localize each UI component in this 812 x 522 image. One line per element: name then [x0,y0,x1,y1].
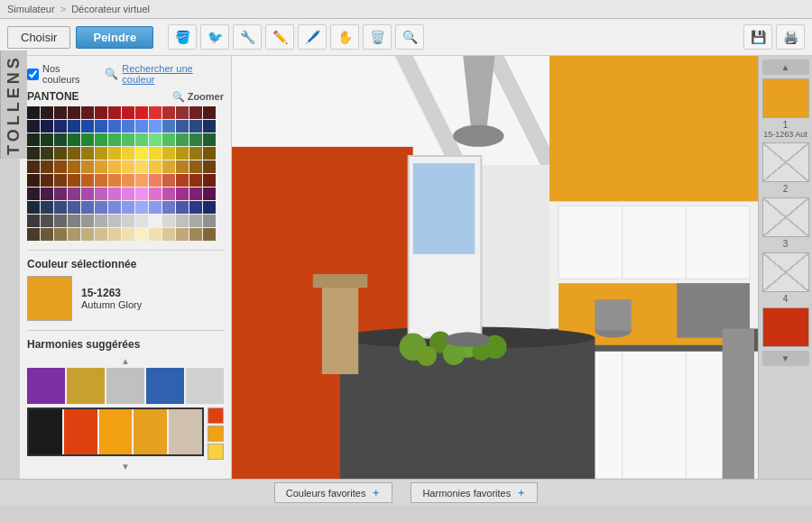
print-icon[interactable]: 🖨️ [776,24,805,50]
right-slot-2[interactable]: 2 [762,142,809,194]
color-cell[interactable] [135,106,148,119]
color-cell[interactable] [203,160,216,173]
color-cell[interactable] [95,120,107,133]
color-cell[interactable] [95,188,107,200]
color-cell[interactable] [176,228,189,241]
knife-icon[interactable]: 🔧 [233,24,262,50]
color-cell[interactable] [149,147,161,160]
color-cell[interactable] [176,120,189,133]
harmony-swatch-2-4[interactable] [134,409,167,454]
right-slot-4[interactable]: 4 [762,252,809,304]
color-cell[interactable] [41,201,53,214]
color-cell[interactable] [162,201,175,214]
color-cell[interactable] [68,188,80,200]
color-cell[interactable] [81,133,94,146]
color-cell[interactable] [203,228,216,241]
right-down-arrow[interactable]: ▼ [762,351,809,366]
color-cell[interactable] [203,147,216,160]
color-cell[interactable] [122,160,134,173]
color-cell[interactable] [135,160,148,173]
color-cell[interactable] [68,106,80,119]
color-cell[interactable] [189,120,202,133]
kitchen-image-area[interactable] [232,56,758,479]
color-cell[interactable] [189,174,202,187]
nos-couleurs-checkbox[interactable] [27,69,39,80]
color-cell[interactable] [68,215,80,227]
right-swatch-3[interactable] [762,197,809,237]
color-cell[interactable] [135,188,148,200]
harmonies-up-arrow[interactable]: ▲ [27,356,224,366]
color-cell[interactable] [41,133,53,146]
color-cell[interactable] [68,133,80,146]
color-cell[interactable] [203,188,216,200]
harmony-swatch-2-2[interactable] [64,409,97,454]
color-cell[interactable] [81,160,94,173]
color-cell[interactable] [135,133,148,146]
harmony-swatch-2-5[interactable] [169,409,202,454]
color-cell[interactable] [108,228,121,241]
color-cell[interactable] [149,174,161,187]
color-cell[interactable] [122,133,134,146]
color-cell[interactable] [41,188,53,200]
color-cell[interactable] [95,160,107,173]
hand-icon[interactable]: ✋ [330,24,359,50]
color-cell[interactable] [108,160,121,173]
color-cell[interactable] [162,133,175,146]
dropper-icon[interactable]: 🐦 [200,24,229,50]
color-cell[interactable] [189,215,202,227]
color-cell[interactable] [162,215,175,227]
harmonies-favorites-button[interactable]: Harmonies favorites ＋ [411,482,538,503]
color-cell[interactable] [95,215,107,227]
color-cell[interactable] [122,147,134,160]
color-cell[interactable] [27,201,40,214]
color-cell[interactable] [189,228,202,241]
right-up-arrow[interactable]: ▲ [762,60,809,75]
color-cell[interactable] [176,147,189,160]
color-cell[interactable] [203,174,216,187]
save-icon[interactable]: 💾 [743,24,772,50]
color-cell[interactable] [108,133,121,146]
color-cell[interactable] [68,120,80,133]
harmony-small-3[interactable] [208,444,224,460]
nos-couleurs-checkbox-label[interactable]: Nos couleurs [27,63,97,85]
right-swatch-2[interactable] [762,142,809,182]
color-cell[interactable] [149,120,161,133]
color-cell[interactable] [95,174,107,187]
color-cell[interactable] [108,147,121,160]
right-slot-3[interactable]: 3 [762,197,809,249]
harmony-swatch-1-5[interactable] [186,368,224,404]
harmony-small-1[interactable] [208,408,224,424]
color-cell[interactable] [81,215,94,227]
color-cell[interactable] [149,228,161,241]
color-cell[interactable] [54,120,67,133]
selected-color-swatch[interactable] [27,276,72,321]
color-cell[interactable] [189,188,202,200]
color-cell[interactable] [68,201,80,214]
color-cell[interactable] [81,120,94,133]
color-cell[interactable] [81,106,94,119]
color-cell[interactable] [27,147,40,160]
color-cell[interactable] [122,201,134,214]
color-cell[interactable] [135,215,148,227]
harmony-swatch-2-3[interactable] [99,409,133,454]
color-cell[interactable] [95,201,107,214]
color-cell[interactable] [189,160,202,173]
color-cell[interactable] [95,106,107,119]
trash-icon[interactable]: 🗑️ [363,24,392,50]
color-cell[interactable] [81,188,94,200]
color-cell[interactable] [122,188,134,200]
color-cell[interactable] [203,106,216,119]
color-cell[interactable] [122,215,134,227]
color-cell[interactable] [122,106,134,119]
color-cell[interactable] [203,201,216,214]
color-cell[interactable] [108,120,121,133]
color-cell[interactable] [54,133,67,146]
harmony-swatch-1-4[interactable] [146,368,184,404]
color-cell[interactable] [149,188,161,200]
harmony-swatch-1-2[interactable] [67,368,105,404]
color-cell[interactable] [135,147,148,160]
color-cell[interactable] [54,106,67,119]
color-cell[interactable] [149,201,161,214]
color-cell[interactable] [203,120,216,133]
color-cell[interactable] [27,133,40,146]
